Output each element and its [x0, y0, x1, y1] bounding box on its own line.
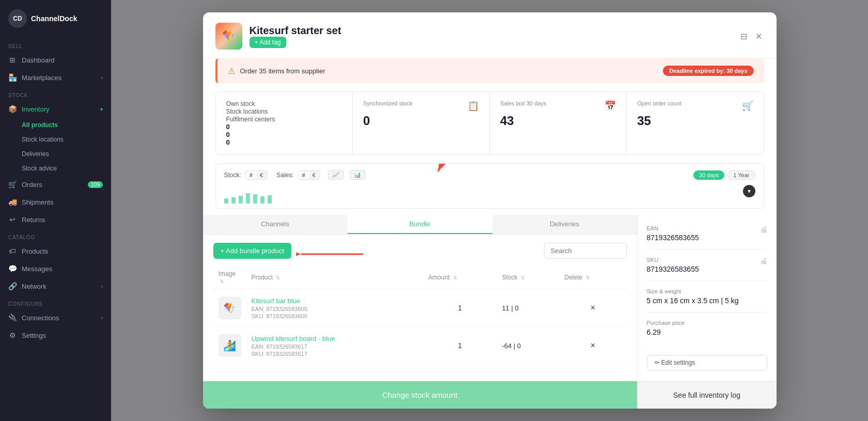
- size-info: Size & weight 5 cm x 16 cm x 3.5 cm | 5 …: [647, 288, 739, 305]
- sidebar-item-orders[interactable]: 🛒 Orders 109: [0, 176, 111, 193]
- connections-chevron-icon: ›: [101, 315, 103, 321]
- sidebar-item-deliveries[interactable]: Deliveries: [0, 147, 111, 161]
- col-delete: Delete ⇅: [560, 266, 627, 289]
- sku-print-icon[interactable]: 🖨: [760, 257, 767, 265]
- line-chart-btn[interactable]: 📈: [328, 170, 344, 180]
- synchronized-label: Synchronized stock: [363, 100, 412, 106]
- inventory-icon: 📦: [8, 105, 17, 113]
- marketplaces-icon: 🏪: [8, 73, 17, 82]
- stock-hash-btn[interactable]: #: [246, 171, 256, 179]
- close-button[interactable]: ✕: [753, 29, 764, 43]
- col-stock: Stock ⇅: [497, 266, 559, 289]
- ean-info: EAN 8719326583655: [647, 225, 699, 242]
- row1-delete-button[interactable]: ×: [591, 303, 595, 312]
- sales-hash-btn[interactable]: #: [298, 171, 308, 179]
- cart-icon: 🛒: [742, 100, 753, 112]
- sidebar-item-settings[interactable]: ⚙ Settings: [0, 326, 111, 344]
- svg-rect-1: [231, 197, 236, 204]
- stock-chart-label: Stock:: [224, 171, 241, 179]
- chart-expand-btn[interactable]: ▾: [743, 185, 755, 197]
- sidebar: CD ChannelDock SELL ⊞ Dashboard 🏪 Market…: [0, 0, 111, 421]
- sidebar-logo[interactable]: CD ChannelDock: [0, 0, 111, 37]
- modal-overlay[interactable]: 🪁 Kitesurf starter set + Add tag ⊟ ✕ ⚠: [111, 0, 868, 421]
- sidebar-item-messages[interactable]: 💬 Messages: [0, 260, 111, 277]
- sidebar-section-configure: CONFIGURE: [0, 295, 111, 309]
- product-modal: 🪁 Kitesurf starter set + Add tag ⊟ ✕ ⚠: [203, 12, 777, 409]
- row2-amount: 1: [423, 327, 497, 365]
- sidebar-item-dashboard[interactable]: ⊞ Dashboard: [0, 51, 111, 69]
- row2-delete-cell: ×: [560, 327, 627, 365]
- sidebar-label-dashboard: Dashboard: [22, 56, 55, 64]
- sidebar-item-stock-advice[interactable]: Stock advice: [0, 161, 111, 176]
- right-panel: EAN 8719326583655 🖨 SKU 8719326583655 🖨: [637, 215, 777, 381]
- period-1y-btn[interactable]: 1 Year: [727, 170, 755, 180]
- row2-image: 🏄: [213, 327, 246, 365]
- sidebar-item-products[interactable]: 🏷 Products: [0, 242, 111, 260]
- stock-sort-icon[interactable]: ⇅: [521, 275, 525, 280]
- stats-row: Own stock Stock locations Fulfilment cen…: [215, 91, 764, 155]
- orders-label: Open order count: [637, 100, 681, 106]
- stock-euro-btn[interactable]: €: [256, 171, 267, 179]
- row2-product-name[interactable]: Upwind kitesurf board - blue: [252, 335, 418, 342]
- deadline-badge: Deadline expired by: 30 days: [663, 66, 753, 76]
- search-input[interactable]: [544, 243, 627, 259]
- sales-toggle[interactable]: # €: [298, 170, 319, 180]
- delete-sort-icon[interactable]: ⇅: [586, 275, 590, 280]
- tabs: Channels Bundle Deliveries: [203, 215, 637, 235]
- purchase-detail: Purchase price 6.29: [647, 320, 767, 344]
- amount-sort-icon[interactable]: ⇅: [453, 275, 457, 280]
- sku-detail: SKU 8719326583655 🖨: [647, 257, 767, 281]
- bar-chart-btn[interactable]: 📊: [350, 170, 365, 180]
- close-icon: ✕: [755, 32, 762, 41]
- tab-bundle[interactable]: Bundle: [348, 215, 492, 234]
- add-tag-button[interactable]: + Add tag: [250, 37, 286, 48]
- edit-settings-button[interactable]: ✏ Edit settings: [647, 355, 767, 370]
- chart-area: Stock: # € Sales: # € 📈 📊 30 days 1 Year: [215, 163, 764, 209]
- sidebar-label-inventory: Inventory: [22, 105, 49, 113]
- tab-channels[interactable]: Channels: [203, 215, 348, 234]
- orders-icon: 🛒: [8, 180, 17, 189]
- svg-rect-5: [260, 196, 265, 204]
- modal-header: 🪁 Kitesurf starter set + Add tag ⊟ ✕: [203, 12, 777, 58]
- sidebar-item-inventory[interactable]: 📦 Inventory ▾: [0, 100, 111, 118]
- sidebar-item-returns[interactable]: ↩ Returns: [0, 211, 111, 228]
- row2-thumbnail: 🏄: [219, 334, 241, 357]
- row2-delete-button[interactable]: ×: [591, 341, 595, 350]
- chart-visualization: ▾: [224, 183, 755, 206]
- table-body: 🪁 Kitesurf bar blue EAN: 8719326583600 S…: [213, 289, 627, 365]
- tab-deliveries[interactable]: Deliveries: [492, 215, 637, 234]
- chevron-down-icon: ▾: [100, 106, 103, 112]
- row1-product-name[interactable]: Kitesurf bar blue: [252, 297, 418, 305]
- image-sort-icon[interactable]: ⇅: [220, 279, 224, 284]
- purchase-value: 6.29: [647, 328, 685, 336]
- sidebar-item-connections[interactable]: 🔌 Connections ›: [0, 309, 111, 326]
- sidebar-label-connections: Connections: [22, 314, 59, 322]
- sku-value: 8719326583655: [647, 265, 699, 273]
- shipments-icon: 🚚: [8, 198, 17, 206]
- orders-badge: 109: [88, 181, 103, 188]
- calendar-icon: 📋: [468, 100, 479, 112]
- sidebar-item-all-products[interactable]: All products: [0, 118, 111, 132]
- ean-label: EAN: [647, 225, 699, 231]
- sidebar-item-stock-locations[interactable]: Stock locations: [0, 132, 111, 147]
- pin-button[interactable]: ⊟: [738, 29, 749, 43]
- modal-footer: Change stock amount See full inventory l…: [203, 381, 777, 409]
- period-30d-btn[interactable]: 30 days: [693, 170, 725, 180]
- table-row: 🪁 Kitesurf bar blue EAN: 8719326583600 S…: [213, 289, 627, 327]
- bundle-toolbar: + Add bundle product: [213, 243, 627, 259]
- table-header: Image ⇅ Product ⇅ Amount ⇅: [213, 266, 627, 289]
- inventory-log-button[interactable]: See full inventory log: [637, 381, 777, 409]
- stock-toggle[interactable]: # €: [245, 170, 267, 180]
- row1-stock: 11 | 0: [497, 289, 559, 327]
- product-sort-icon[interactable]: ⇅: [276, 275, 280, 280]
- sales-euro-btn[interactable]: €: [309, 171, 319, 179]
- stat-open-orders: Open order count 🛒 35: [627, 92, 763, 154]
- add-bundle-product-button[interactable]: + Add bundle product: [213, 243, 291, 259]
- sidebar-item-shipments[interactable]: 🚚 Shipments: [0, 193, 111, 211]
- change-stock-button[interactable]: Change stock amount: [203, 381, 637, 409]
- alert-banner: ⚠ Order 35 items from supplier Deadline …: [215, 58, 764, 83]
- messages-icon: 💬: [8, 264, 17, 273]
- sidebar-item-marketplaces[interactable]: 🏪 Marketplaces ›: [0, 69, 111, 86]
- ean-print-icon[interactable]: 🖨: [760, 225, 767, 233]
- sidebar-item-network[interactable]: 🔗 Network ›: [0, 277, 111, 295]
